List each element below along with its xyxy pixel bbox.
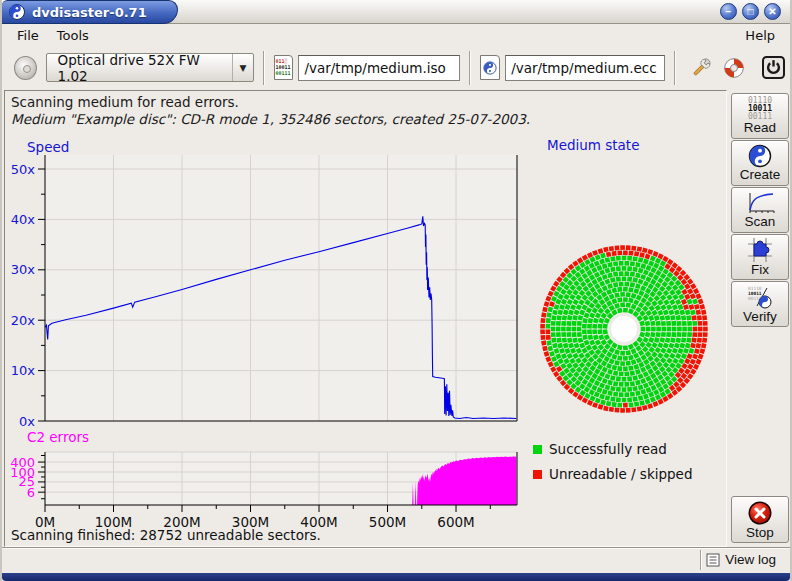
- legend-label: Successfully read: [549, 441, 667, 457]
- help-button[interactable]: [721, 54, 745, 82]
- svg-text:40x: 40x: [11, 212, 36, 227]
- drive-selector-value: Optical drive 52X FW 1.02: [47, 52, 233, 84]
- verify-button[interactable]: 01110 10011 00111 Verify: [731, 281, 789, 327]
- ecc-file-icon: [480, 55, 500, 80]
- menu-help[interactable]: Help: [736, 27, 784, 44]
- window-title: dvdisaster-0.71: [32, 5, 147, 20]
- scan-result-text: Scanning finished: 28752 unreadable sect…: [11, 527, 321, 543]
- status-line-2: Medium "Example disc": CD-R mode 1, 3524…: [11, 111, 530, 127]
- legend-item-unreadable: Unreadable / skipped: [533, 466, 692, 482]
- svg-text:50x: 50x: [11, 162, 36, 177]
- minimize-button[interactable]: −: [720, 3, 737, 20]
- drive-selector[interactable]: Optical drive 52X FW 1.02 ▼: [46, 53, 254, 82]
- app-icon: [9, 4, 25, 20]
- app-window: dvdisaster-0.71 − □ ✕ File Tools Help Op…: [0, 0, 792, 581]
- stop-button[interactable]: Stop: [731, 496, 789, 543]
- menubar: File Tools Help: [2, 25, 790, 46]
- svg-text:600M: 600M: [437, 514, 474, 530]
- preferences-button[interactable]: [689, 54, 713, 82]
- svg-text:10x: 10x: [11, 363, 36, 378]
- toolbar: Optical drive 52X FW 1.02 ▼ 011░10011001…: [2, 46, 790, 89]
- red-swatch-icon: [533, 470, 542, 479]
- close-button[interactable]: ✕: [764, 3, 781, 20]
- window-bottom-border: [2, 573, 790, 581]
- lifebuoy-icon: [723, 57, 745, 79]
- legend-item-read: Successfully read: [533, 441, 667, 457]
- ecc-path-input[interactable]: [505, 55, 665, 81]
- create-button[interactable]: Create: [731, 140, 789, 186]
- chevron-down-icon[interactable]: ▼: [232, 54, 252, 81]
- toolbar-separator: [469, 51, 471, 85]
- read-button[interactable]: 01110 10011 00111 Read: [731, 93, 789, 139]
- svg-text:30x: 30x: [11, 262, 36, 277]
- medium-state-disc: [539, 244, 709, 414]
- wrench-icon: [690, 57, 712, 79]
- quit-button[interactable]: [762, 54, 786, 82]
- titlebar-tab[interactable]: dvdisaster-0.71: [2, 0, 178, 24]
- statusbar: [2, 547, 790, 573]
- svg-text:0x: 0x: [19, 414, 35, 429]
- toolbar-separator: [263, 51, 265, 85]
- svg-text:20x: 20x: [11, 313, 36, 328]
- menu-file[interactable]: File: [8, 27, 48, 44]
- svg-text:400: 400: [10, 455, 35, 470]
- legend-label: Unreadable / skipped: [549, 466, 692, 482]
- power-icon: [762, 56, 785, 79]
- scan-button[interactable]: Scan: [731, 187, 789, 233]
- maximize-button[interactable]: □: [742, 3, 759, 20]
- iso-path-input[interactable]: [298, 55, 460, 81]
- puzzle-piece-icon: [747, 237, 773, 263]
- svg-text:500M: 500M: [369, 514, 406, 530]
- green-swatch-icon: [533, 445, 542, 454]
- log-icon: [706, 553, 720, 567]
- yinyang-icon: [748, 144, 772, 168]
- view-log-button[interactable]: View log: [702, 550, 780, 569]
- ecc-yinyang-icon: [483, 61, 497, 75]
- optical-disc-icon: [14, 56, 37, 80]
- menu-tools[interactable]: Tools: [48, 27, 98, 44]
- scan-curve-icon: [745, 191, 775, 215]
- titlebar[interactable]: dvdisaster-0.71 − □ ✕: [2, 0, 790, 24]
- verify-icon: 01110 10011 00111: [746, 284, 774, 310]
- iso-file-icon: 011░1001100111: [274, 55, 294, 80]
- fix-button[interactable]: Fix: [731, 234, 789, 280]
- stop-icon: [747, 500, 773, 526]
- status-line-1: Scanning medium for read errors.: [11, 94, 239, 110]
- toolbar-separator: [674, 51, 676, 85]
